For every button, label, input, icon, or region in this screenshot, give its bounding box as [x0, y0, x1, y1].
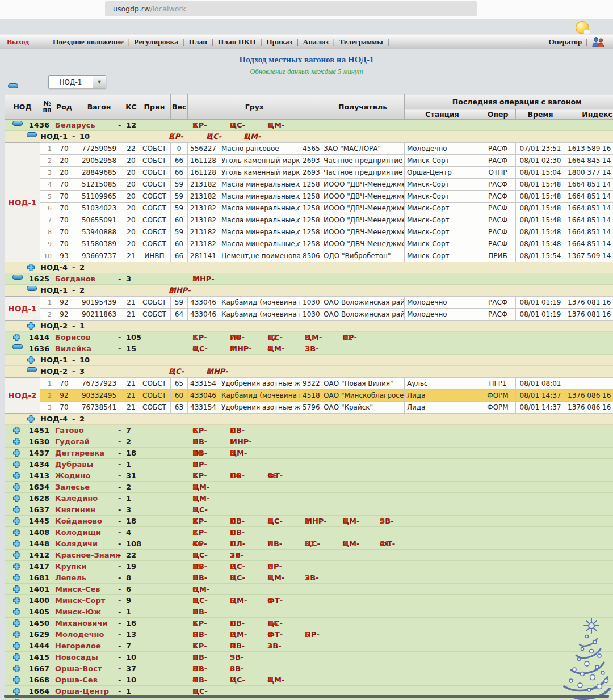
wagon-row[interactable]: 10939366973721ИНВП66281141Цемент,не поим…	[5, 250, 613, 262]
expand-icon[interactable]	[12, 676, 21, 686]
expand-icon[interactable]	[12, 551, 21, 561]
menu-item-6[interactable]: Телеграммы	[339, 37, 383, 47]
expand-icon[interactable]	[27, 263, 35, 273]
wagon-row[interactable]: 2929021186321СОБСТ64433046Карбамид (моче…	[5, 309, 613, 321]
expand-icon[interactable]	[12, 528, 21, 538]
collapse-all-icon[interactable]	[8, 80, 18, 91]
summary-row[interactable]: 1450Михановичи-16КР-1ПВ-1ЦС-14	[5, 618, 613, 629]
summary-row[interactable]: 1434Дубравы-1ПР-1	[5, 459, 613, 470]
ks-cell: 21	[124, 402, 138, 414]
nod-summary-row[interactable]: НОД-1-2МНР-2	[5, 285, 613, 297]
nod-summary-row[interactable]: НОД-2-3ЦС-2МНР-1	[5, 366, 613, 378]
wagon-row[interactable]: НОД-21707673792321СОБСТ65433154Удобрения…	[5, 378, 613, 390]
nod-summary-row[interactable]: НОД-1-10КР-2ЦС-7ЦМ-1	[5, 131, 613, 143]
rod-cell: 70	[54, 143, 74, 155]
summary-row[interactable]: 1630Гудогай-2ПВ-1МНР-1	[5, 436, 613, 448]
expand-icon[interactable]	[12, 333, 21, 343]
expand-icon[interactable]	[12, 630, 21, 640]
summary-row[interactable]: 1451Гатово-7КР-6ПВ-1	[5, 425, 613, 436]
expand-icon[interactable]	[12, 596, 21, 606]
summary-row[interactable]: 1408Колодищи-4КР-3ПВ-1	[5, 527, 613, 538]
menu-item-5[interactable]: Анализ	[303, 37, 329, 47]
help-balloon-icon[interactable]	[576, 21, 590, 35]
summary-row[interactable]: 1412Красное-Знамя-22ЦС-1ЗВ-21	[5, 550, 613, 561]
expand-icon[interactable]	[12, 426, 21, 436]
nod-select[interactable]: НОД-1 ▼	[48, 75, 106, 88]
expand-icon[interactable]	[12, 471, 21, 482]
menu-item-exit[interactable]: Выход	[7, 37, 29, 47]
expand-icon[interactable]	[27, 322, 35, 332]
summary-row[interactable]: 1437Дегтяревка-18ПВ-10ЦМ-8	[5, 448, 613, 459]
menu-item-1[interactable]: Регулировка	[134, 37, 178, 47]
summary-row[interactable]: 1417Крупки-19ПВ-15ЦС-2ПР-2	[5, 561, 613, 572]
rod-cell: 70	[54, 203, 74, 214]
expand-icon[interactable]	[12, 505, 21, 516]
wagon-row[interactable]: 5705110996520СОБСТ59213182Масла минераль…	[5, 191, 613, 203]
expand-icon[interactable]	[12, 642, 21, 652]
expand-icon[interactable]	[12, 517, 21, 527]
station-cell: Минск-Сорт	[405, 250, 480, 262]
summary-row[interactable]: 1444Негорелое-7КР-1ПВ-4ЗВ-2	[5, 640, 613, 652]
collapse-icon	[12, 344, 23, 349]
address-bar[interactable]: usogdp.rw/localwork	[105, 1, 477, 16]
summary-row[interactable]: 1413Жодино-31КР-1ПВ-14ФТ-16	[5, 470, 613, 482]
wagon-row[interactable]: НОД-11929019543921СОБСТ59433046Карбамид …	[5, 297, 613, 309]
expand-icon[interactable]	[27, 415, 35, 425]
nod-summary-row[interactable]: НОД-4-2	[5, 262, 613, 274]
summary-row[interactable]: 1629Молодечно-13ПВ-5ЦМ-2ФТ-1ПР-5	[5, 629, 613, 640]
expand-icon[interactable]	[12, 574, 21, 584]
expand-icon[interactable]	[12, 539, 21, 550]
summary-row[interactable]: 1405Минск-Юж-1ПВ-1	[5, 606, 613, 618]
summary-row[interactable]: 1445Койданово-18КР-2ПВ-1ЦС-3МНР-2ЦМ-1ЗВ-…	[5, 516, 613, 527]
summary-row[interactable]: 1414Борисов-105КР-3ПВ-76ЦС-12ЦМ-3ПР-11	[5, 332, 613, 343]
nod-summary-row[interactable]: НОД-4-2	[5, 414, 613, 425]
nod-name: НОД-2	[40, 366, 68, 377]
expand-icon[interactable]	[12, 619, 21, 629]
expand-icon[interactable]	[12, 585, 21, 595]
wagon-row[interactable]: 7705065509120СОБСТ60213182Масла минераль…	[5, 214, 613, 226]
wagon-row[interactable]: 8705394088820СОБСТ59213182Масла минераль…	[5, 226, 613, 238]
main-menubar: Выход Поездное положение|Регулировка|Пла…	[0, 34, 613, 49]
summary-row[interactable]: 1637Княгинин-3ЦС-3	[5, 504, 613, 516]
chevron-down-icon[interactable]: ▼	[93, 76, 106, 88]
expand-icon[interactable]	[12, 653, 21, 663]
wagon-row[interactable]: 9705158038920СОБСТ60213182Масла минераль…	[5, 238, 613, 250]
wagon-row[interactable]: 3707673854121СОБСТ63433154Удобрения азот…	[5, 402, 613, 414]
expand-icon[interactable]	[12, 494, 21, 504]
summary-row[interactable]: 1628Каледино-1ЦМ-1	[5, 493, 613, 504]
wagon-row[interactable]: НОД-11707725905922СОБСТ0556227Масло рапс…	[5, 143, 613, 155]
prin-cell: СОБСТ	[138, 179, 171, 191]
summary-row[interactable]: 1681Лепель-8ПВ-1ЦС-3ЦМ-2ЗВ-2	[5, 572, 613, 584]
nod-summary-row[interactable]: НОД-2-1	[5, 321, 613, 332]
summary-row[interactable]: 1448Колядичи-108КР-46ПЛ-1ПВ-7ЦС-31ЦМ-2ФТ…	[5, 538, 613, 550]
wagon-row[interactable]: 4705121508520СОБСТ59213182Масла минераль…	[5, 179, 613, 191]
expand-icon[interactable]	[12, 664, 21, 674]
expand-icon[interactable]	[12, 437, 21, 448]
nod-summary-row[interactable]: НОД-1-10	[5, 355, 613, 366]
expand-icon[interactable]	[12, 483, 21, 493]
summary-row[interactable]: 1436Беларусь-12КР-2ЦС-9ЦМ-1	[5, 120, 613, 132]
summary-row[interactable]: 1400Минск-Сорт-9ЦС-1ЦМ-6ФТ-2	[5, 595, 613, 606]
summary-row[interactable]: 1415Новосады-10ПВ-1ЗВ-9	[5, 652, 613, 663]
summary-row[interactable]: 1667Орша-Вост-37ПВ-31ЗВ-6	[5, 663, 613, 674]
expand-icon[interactable]	[12, 608, 21, 618]
expand-icon[interactable]	[12, 449, 21, 459]
menu-item-3[interactable]: План ПКП	[218, 37, 256, 47]
summary-row[interactable]: 1401Минск-Сев-6ЦМ-6	[5, 584, 613, 595]
wagon-row[interactable]: 3202884968520СОБСТ66161128Уголь каменный…	[5, 167, 613, 179]
operators-people-icon[interactable]	[591, 36, 605, 48]
expand-icon[interactable]	[27, 356, 35, 366]
expand-icon[interactable]	[12, 562, 21, 572]
menu-item-4[interactable]: Приказ	[266, 37, 292, 47]
summary-row[interactable]: 1625Богданов-3МНР-3	[5, 273, 613, 285]
menu-item-2[interactable]: План	[189, 37, 208, 47]
summary-row[interactable]: 1634Залесье-2ЦМ-2	[5, 482, 613, 493]
expand-icon[interactable]	[12, 460, 21, 470]
summary-row[interactable]: 1636Вилейка-15ЦС-4МНР-4ЦМ-4ЗВ-3	[5, 343, 613, 355]
wagon-row[interactable]: 2929033249521СОБСТ60433046Карбамид (моче…	[5, 390, 613, 402]
summary-row[interactable]: 1668Орша-Сев-10ПВ-4ЦС-2ЦМ-4	[5, 674, 613, 686]
wagon-row[interactable]: 2202905295820СОБСТ66161128Уголь каменный…	[5, 155, 613, 167]
bottom-scroll-bar[interactable]	[4, 695, 609, 698]
wagon-row[interactable]: 6705103402320СОБСТ59213182Масла минераль…	[5, 203, 613, 214]
menu-item-0[interactable]: Поездное положение	[53, 37, 124, 47]
